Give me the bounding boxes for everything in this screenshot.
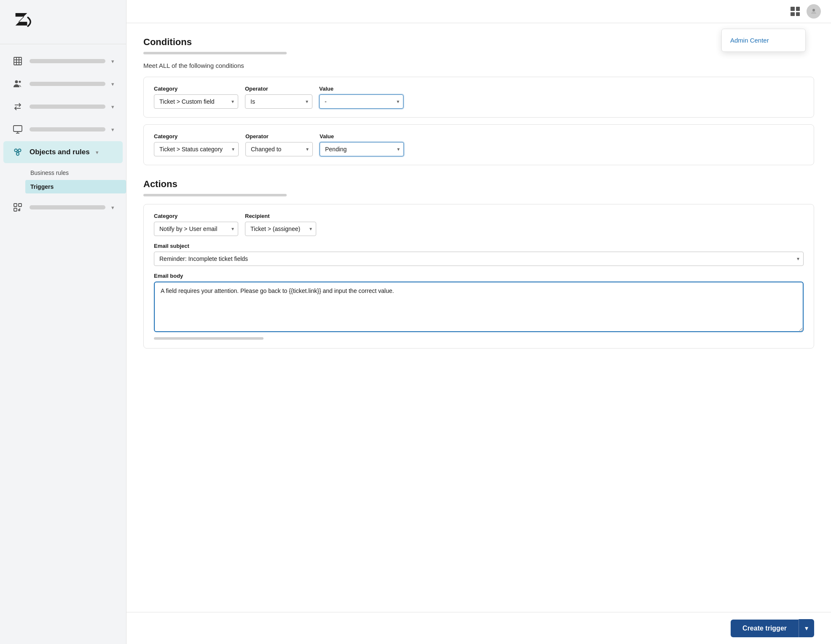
sidebar-item-buildings[interactable]: ▾ xyxy=(3,50,123,72)
chevron-down-icon: ▾ xyxy=(111,126,114,133)
action-recipient-label: Recipient xyxy=(245,213,316,219)
grid-icon[interactable] xyxy=(791,7,800,16)
actions-title: Actions xyxy=(143,179,814,190)
email-body-field: Email body A field requires your attenti… xyxy=(154,273,804,332)
main-content: Admin Center Conditions Meet ALL of the … xyxy=(126,0,831,644)
create-trigger-dropdown-button[interactable]: ▾ xyxy=(799,619,814,637)
arrows-icon xyxy=(12,101,24,113)
logo-area xyxy=(0,0,126,44)
nav-label-bar xyxy=(30,205,105,209)
action-recipient-select-wrapper: Ticket > (assignee) xyxy=(245,222,316,236)
sidebar: ▾ ▾ xyxy=(0,0,126,644)
chevron-down-icon: ▾ xyxy=(805,625,808,632)
email-subject-select[interactable]: Reminder: Incomplete ticket fields xyxy=(154,252,804,266)
operator-select-wrapper-2: Changed to xyxy=(245,142,313,156)
svg-point-16 xyxy=(16,153,19,156)
admin-center-dropdown: Admin Center xyxy=(721,29,806,52)
operator-field-1: Operator Is xyxy=(245,86,312,109)
value-label-2: Value xyxy=(320,133,404,140)
condition-row-1: Category Ticket > Custom field Operator … xyxy=(154,86,804,109)
action-category-field: Category Notify by > User email xyxy=(154,213,238,236)
svg-point-14 xyxy=(14,149,17,152)
admin-center-link[interactable]: Admin Center xyxy=(722,32,805,48)
operator-label-1: Operator xyxy=(245,86,312,92)
topbar-icons xyxy=(791,4,821,19)
value-select-2[interactable]: Pending xyxy=(320,142,404,156)
email-subject-field: Email subject Reminder: Incomplete ticke… xyxy=(154,243,804,266)
value-select-wrapper-1: - xyxy=(319,94,403,109)
action-category-label: Category xyxy=(154,213,238,219)
sidebar-item-people[interactable]: ▾ xyxy=(3,73,123,95)
svg-point-15 xyxy=(18,149,21,152)
nav-label-bar xyxy=(30,59,105,63)
category-field-1: Category Ticket > Custom field xyxy=(154,86,238,109)
nav-label-bar xyxy=(30,105,105,109)
category-select-2[interactable]: Ticket > Status category xyxy=(154,142,239,156)
sidebar-item-monitor[interactable]: ▾ xyxy=(3,118,123,140)
scrollbar-stub xyxy=(154,337,264,340)
zendesk-logo xyxy=(12,10,34,32)
svg-point-8 xyxy=(19,81,21,83)
monitor-icon xyxy=(12,123,24,135)
sub-navigation: Business rules Triggers xyxy=(0,164,126,196)
sidebar-item-objects-and-rules[interactable]: Objects and rules ▾ xyxy=(3,141,123,163)
topbar: Admin Center xyxy=(126,0,831,23)
email-body-textarea[interactable]: A field requires your attention. Please … xyxy=(154,282,804,332)
value-label-1: Value xyxy=(319,86,403,92)
svg-rect-2 xyxy=(14,57,22,65)
category-select-1[interactable]: Ticket > Custom field xyxy=(154,94,238,109)
operator-select-1[interactable]: Is xyxy=(245,94,312,109)
email-subject-wrapper: Email subject Reminder: Incomplete ticke… xyxy=(154,243,804,266)
svg-rect-20 xyxy=(14,204,17,207)
action-recipient-select[interactable]: Ticket > (assignee) xyxy=(245,222,316,236)
sidebar-item-label: Objects and rules xyxy=(30,148,90,156)
action-category-select-wrapper: Notify by > User email xyxy=(154,222,238,236)
chevron-down-icon: ▾ xyxy=(96,149,99,156)
sidebar-item-arrows[interactable]: ▾ xyxy=(3,96,123,118)
operator-field-2: Operator Changed to xyxy=(245,133,313,156)
category-label-2: Category xyxy=(154,133,239,140)
category-field-2: Category Ticket > Status category xyxy=(154,133,239,156)
email-subject-select-wrapper: Reminder: Incomplete ticket fields xyxy=(154,252,804,266)
objects-icon xyxy=(12,146,24,158)
chevron-down-icon: ▾ xyxy=(111,81,114,87)
sidebar-item-apps[interactable]: ▾ xyxy=(3,196,123,218)
chevron-down-icon: ▾ xyxy=(111,104,114,110)
operator-label-2: Operator xyxy=(245,133,313,140)
svg-point-7 xyxy=(15,80,18,83)
svg-rect-21 xyxy=(19,204,22,207)
nav-label-bar xyxy=(30,82,105,86)
email-body-label: Email body xyxy=(154,273,804,279)
conditions-progress-bar xyxy=(143,52,287,54)
nav-label-bar xyxy=(30,127,105,131)
svg-rect-11 xyxy=(13,126,22,131)
sidebar-sub-item-triggers[interactable]: Triggers xyxy=(25,180,126,193)
condition-card-2: Category Ticket > Status category Operat… xyxy=(143,124,814,165)
svg-marker-1 xyxy=(16,13,27,25)
user-avatar-icon[interactable] xyxy=(807,4,821,19)
svg-rect-22 xyxy=(14,208,17,211)
action-card: Category Notify by > User email Recipien… xyxy=(143,204,814,349)
operator-select-wrapper-1: Is xyxy=(245,94,312,109)
category-label-1: Category xyxy=(154,86,238,92)
chevron-down-icon: ▾ xyxy=(111,204,114,211)
building-icon xyxy=(12,55,24,67)
value-field-2: Value Pending xyxy=(320,133,404,156)
action-row-1: Category Notify by > User email Recipien… xyxy=(154,213,804,236)
apps-icon xyxy=(12,201,24,213)
footer: Create trigger ▾ xyxy=(126,612,831,644)
svg-point-26 xyxy=(812,9,815,11)
sidebar-sub-item-business-rules[interactable]: Business rules xyxy=(25,166,126,180)
actions-section: Actions Category Notify by > User email xyxy=(143,179,814,349)
operator-select-2[interactable]: Changed to xyxy=(245,142,313,156)
conditions-intro: Meet ALL of the following conditions xyxy=(143,62,814,69)
create-trigger-button[interactable]: Create trigger xyxy=(731,620,799,637)
condition-card-1: Category Ticket > Custom field Operator … xyxy=(143,77,814,118)
actions-progress-bar xyxy=(143,194,287,196)
email-subject-label: Email subject xyxy=(154,243,804,249)
action-category-select[interactable]: Notify by > User email xyxy=(154,222,238,236)
value-select-1[interactable]: - xyxy=(319,94,403,109)
conditions-section: Conditions Meet ALL of the following con… xyxy=(143,37,814,165)
people-icon xyxy=(12,78,24,90)
value-select-wrapper-2: Pending xyxy=(320,142,404,156)
